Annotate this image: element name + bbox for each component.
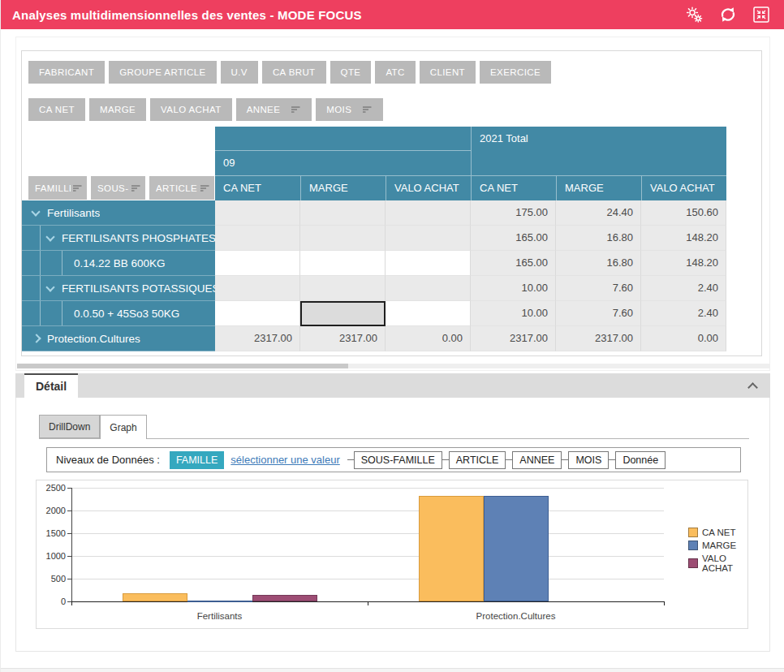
data-cell[interactable] [386, 276, 471, 301]
data-cell[interactable] [215, 276, 300, 301]
column-group-09[interactable]: 09 [215, 151, 471, 176]
column-group-month: 09 [215, 127, 471, 176]
row-header-fertilisants-potassiques[interactable]: FERTILISANTS POTASSIQUES [22, 276, 215, 301]
data-cell[interactable] [215, 301, 300, 326]
dimension-sous-famille[interactable]: SOUS-FAMILLE [91, 176, 145, 200]
row-label: 0.0.50 + 45So3 50KG [74, 308, 179, 320]
dimension-client[interactable]: CLIENT [420, 61, 476, 84]
dimension-exercice[interactable]: EXERCICE [480, 61, 551, 84]
data-cell[interactable]: 16.80 [556, 226, 641, 251]
row-header-fertilisants-phosphates[interactable]: FERTILISANTS PHOSPHATES [22, 226, 215, 251]
dimension-u-v[interactable]: U.V [221, 61, 258, 84]
detail-section-bar[interactable]: Détail [15, 373, 770, 398]
measure-header-marge[interactable]: MARGE [556, 176, 641, 200]
level-connector [609, 459, 615, 460]
legend-swatch [688, 541, 698, 550]
measure-header-valo-achat[interactable]: VALO ACHAT [641, 176, 726, 200]
data-cell[interactable]: 148.20 [641, 251, 726, 276]
chevron-right-icon[interactable] [32, 334, 41, 342]
data-cell[interactable] [300, 251, 386, 276]
dimension-label: QTE [341, 67, 361, 77]
dimension-mois[interactable]: MOIS [316, 98, 383, 121]
data-cell[interactable]: 2317.00 [556, 326, 641, 351]
data-cell[interactable] [386, 226, 471, 251]
dimension-groupe-article[interactable]: GROUPE ARTICLE [109, 61, 216, 84]
data-cell[interactable] [300, 200, 386, 226]
selected-data-cell[interactable] [300, 301, 386, 326]
dimension-annee[interactable]: ANNEE [236, 98, 312, 121]
level-donn-e[interactable]: Donnée [615, 451, 666, 469]
data-cell[interactable]: 148.20 [641, 226, 726, 251]
data-cell[interactable]: 2317.00 [215, 326, 300, 351]
dimension-ca-net[interactable]: CA NET [28, 98, 85, 121]
gears-icon[interactable] [686, 6, 703, 23]
data-cell[interactable]: 10.00 [471, 276, 556, 301]
column-group-row: 09 2021 Total [215, 127, 726, 176]
row-header-0-0-50-45so3-50kg[interactable]: 0.0.50 + 45So3 50KG [22, 301, 215, 326]
legend-item: MARGE [688, 541, 747, 550]
data-cell[interactable]: 10.00 [471, 301, 556, 326]
row-header-fertilisants[interactable]: Fertilisants [22, 200, 215, 226]
row-header-0-14-22-bb-600kg[interactable]: 0.14.22 BB 600KG [22, 251, 215, 276]
data-cell[interactable]: 7.60 [556, 301, 641, 326]
level-sous-famille[interactable]: SOUS-FAMILLE [354, 451, 442, 469]
dimension-famille[interactable]: FAMILLE [28, 176, 87, 200]
tab-drilldown[interactable]: DrillDown [39, 415, 100, 438]
data-cell[interactable] [300, 226, 386, 251]
detail-section-tab[interactable]: Détail [24, 373, 78, 398]
measure-header-valo-achat[interactable]: VALO ACHAT [386, 176, 471, 200]
x-tick [71, 602, 72, 605]
data-cell[interactable] [215, 251, 300, 276]
data-cell[interactable]: 0.00 [386, 326, 471, 351]
scrollbar-thumb[interactable] [17, 364, 348, 368]
dimension-qte[interactable]: QTE [330, 61, 372, 84]
refresh-icon[interactable] [720, 6, 736, 23]
data-cell[interactable]: 175.00 [471, 200, 556, 226]
data-cell[interactable]: 24.40 [556, 200, 641, 226]
data-cell[interactable] [386, 200, 471, 226]
compress-icon[interactable] [753, 6, 769, 23]
dimension-label: FAMILLE [35, 183, 71, 193]
level-mois[interactable]: MOIS [568, 451, 609, 469]
row-header-protection-cultures[interactable]: Protection.Cultures [22, 326, 215, 351]
data-cell[interactable]: 7.60 [556, 276, 641, 301]
select-value-link[interactable]: sélectionner une valeur [230, 454, 339, 466]
measure-header-ca-net[interactable]: CA NET [471, 176, 556, 200]
sort-icon [291, 106, 301, 114]
data-cell[interactable]: 0.00 [641, 326, 726, 351]
level-article[interactable]: ARTICLE [449, 451, 506, 469]
level-famille-active[interactable]: FAMILLE [170, 451, 224, 469]
dimension-marge[interactable]: MARGE [89, 98, 146, 121]
horizontal-scrollbar[interactable] [17, 364, 770, 368]
dimension-fabricant[interactable]: FABRICANT [28, 61, 105, 84]
level-annee[interactable]: ANNEE [512, 451, 562, 469]
tab-graph[interactable]: Graph [100, 415, 146, 439]
dimension-valo-achat[interactable]: VALO ACHAT [150, 98, 232, 121]
chevron-down-icon[interactable] [31, 207, 40, 216]
data-cell[interactable] [215, 200, 300, 226]
data-cell[interactable] [215, 226, 300, 251]
data-cell[interactable]: 165.00 [471, 251, 556, 276]
chevron-down-icon[interactable] [45, 282, 54, 291]
dimension-ca-brut[interactable]: CA BRUT [262, 61, 326, 84]
level-connector [562, 459, 568, 460]
data-cell[interactable]: 16.80 [556, 251, 641, 276]
column-group-parent [215, 127, 471, 151]
data-cell[interactable]: 2.40 [641, 301, 726, 326]
dimension-atc[interactable]: ATC [375, 61, 415, 84]
column-group-2021-total[interactable]: 2021 Total [471, 127, 726, 176]
data-cell[interactable] [386, 301, 471, 326]
pivot-body: Fertilisants175.0024.40150.60FERTILISANT… [22, 200, 726, 351]
measure-header-ca-net[interactable]: CA NET [215, 176, 300, 200]
data-cell[interactable] [300, 276, 386, 301]
dimension-article[interactable]: ARTICLE [149, 176, 214, 200]
measure-header-marge[interactable]: MARGE [300, 176, 386, 200]
data-cell[interactable] [386, 251, 471, 276]
chevron-up-icon[interactable] [747, 382, 758, 393]
data-cell[interactable]: 165.00 [471, 226, 556, 251]
data-cell[interactable]: 150.60 [641, 200, 726, 226]
chevron-down-icon[interactable] [45, 232, 54, 241]
data-cell[interactable]: 2317.00 [300, 326, 386, 351]
data-cell[interactable]: 2317.00 [471, 326, 556, 351]
data-cell[interactable]: 2.40 [641, 276, 726, 301]
